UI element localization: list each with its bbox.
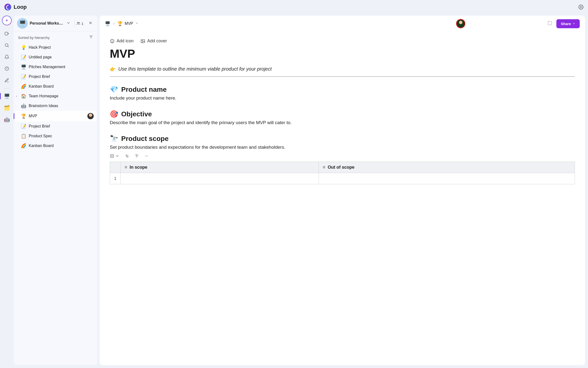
sidebar-item-pitches-management[interactable]: 🖥️Pitches Management [15,62,96,72]
plus-icon: + [5,17,9,24]
add-icon-label: Add icon [117,38,134,44]
close-sidebar-button[interactable] [87,20,94,27]
sidebar-item-team-homepage[interactable]: ›🏠Team Homepage [15,91,96,101]
page-title[interactable]: MVP [110,47,575,60]
app-name: Loop [14,4,27,10]
table-more-button[interactable] [144,154,149,158]
sidebar-item-untitled-page[interactable]: 📝Untitled page [15,52,96,62]
breadcrumb-page-label[interactable]: MVP [125,21,133,26]
add-cover-button[interactable]: Add cover [140,38,167,44]
settings-button[interactable] [578,4,584,10]
presence-avatar[interactable] [456,19,465,28]
people-icon [76,21,81,26]
section-body[interactable]: Include your product name here. [110,95,575,101]
svg-rect-10 [141,39,145,43]
workspace-dropdown[interactable] [65,20,72,27]
breadcrumb-page-icon[interactable]: 🏆 [117,21,123,26]
template-hint[interactable]: 👉 Use this template to outline the minim… [110,66,575,72]
section-product-scope[interactable]: 🔭 Product scope Set product boundaries a… [110,135,575,184]
point-right-icon: 👉 [110,66,116,72]
table-header-out-of-scope[interactable]: ≡Out of scope [319,162,575,173]
workspace-shortcut-2[interactable]: 🗂️ [3,104,11,112]
chevron-right-icon[interactable]: › [16,94,17,98]
sidebar-item-label: Team Homepage [29,94,94,98]
svg-rect-6 [548,21,552,25]
breadcrumb-root-icon[interactable]: 🖥️ [105,21,110,26]
drafts-button[interactable] [3,76,11,84]
table-header-in-scope[interactable]: ≡In scope [121,162,319,173]
workspace-name[interactable]: Personal Works… [30,21,63,26]
add-icon-button[interactable]: Add icon [110,38,134,44]
workspace-members-button[interactable]: 1 [74,20,85,27]
text-column-icon: ≡ [125,165,127,170]
app-logo-group[interactable]: Loop [4,4,27,10]
svg-point-7 [110,39,114,43]
divider [110,76,575,77]
share-button[interactable]: Share [556,19,580,28]
cell-in-scope[interactable] [121,173,319,184]
workspace-shortcut-personal[interactable]: 🖥️ [3,92,11,100]
page-icon: 📝 [21,55,26,60]
table-view-button[interactable] [110,154,119,158]
expand-panel-button[interactable] [3,30,11,37]
svg-rect-1 [5,32,8,35]
svg-point-0 [580,6,582,8]
workspace-avatar-emoji: 🖥️ [19,20,26,27]
template-hint-text: Use this template to outline the minimum… [118,66,272,72]
table-row[interactable]: 1 [110,173,575,184]
recent-button[interactable] [3,65,11,73]
presence-avatar [87,113,94,119]
cell-out-of-scope[interactable] [319,173,575,184]
left-rail: + 🖥️ 🗂️ 🤖 [0,14,14,368]
create-button[interactable]: + [2,16,12,25]
page-icon: 💡 [21,45,26,50]
section-objective[interactable]: 🎯 Objective Describe the main goal of th… [110,110,575,125]
section-title: Product scope [121,135,168,143]
table-filter-button[interactable] [135,154,139,158]
canvas-mode-button[interactable] [546,19,554,28]
page-tree: 💡Hack Project📝Untitled page🖥️Pitches Man… [14,42,98,365]
scope-table[interactable]: ≡In scope ≡Out of scope 1 [110,162,575,184]
page-icon: 🌈 [21,143,26,148]
sidebar-item-hack-project[interactable]: 💡Hack Project [15,43,96,52]
page-icon: 🖥️ [21,64,26,70]
sidebar-item-label: Product Spec [29,134,94,138]
document-body[interactable]: Add icon Add cover MVP 👉 Use this templa… [100,32,585,365]
target-icon: 🎯 [110,110,118,118]
chevron-down-icon [572,22,575,25]
share-label: Share [561,22,571,26]
search-button[interactable] [3,41,11,49]
svg-point-2 [5,44,8,46]
sidebar-item-mvp[interactable]: 🏆MVP [15,111,96,121]
svg-point-8 [111,40,112,41]
sidebar-panel: 🖥️ Personal Works… 1 Sorted by hierarchy… [14,16,98,365]
telescope-icon: 🔭 [110,135,118,143]
section-body[interactable]: Set product boundaries and expectations … [110,145,575,150]
svg-point-15 [147,156,148,156]
sidebar-item-label: Project Brief [29,74,94,79]
sidebar-item-brainstorm-ideas[interactable]: 🤖Brainstorm Ideas [15,101,96,111]
workspace-avatar[interactable]: 🖥️ [17,18,28,29]
smiley-icon [110,39,115,44]
sidebar-item-project-brief[interactable]: 📝Project Brief [15,72,96,82]
table-sort-button[interactable] [125,154,129,158]
table-header-rownum[interactable] [110,162,121,173]
sidebar-item-kanban-board[interactable]: 🌈Kanban Board [15,141,96,151]
row-number: 1 [110,173,121,184]
notifications-button[interactable] [3,53,11,61]
page-icon: 🌈 [21,84,26,89]
sort-options-button[interactable] [89,35,93,40]
workspace-shortcut-3[interactable]: 🤖 [3,116,11,123]
page-options-row: Add icon Add cover [110,38,575,44]
breadcrumb-dropdown[interactable] [135,21,138,26]
sidebar-item-label: Hack Project [29,45,94,50]
section-title: Product name [121,86,167,93]
member-count: 1 [82,21,83,26]
section-product-name[interactable]: 💎 Product name Include your product name… [110,85,575,101]
sidebar-item-kanban-board[interactable]: 🌈Kanban Board [15,82,96,91]
card-icon: 🗂️ [4,105,10,111]
section-body[interactable]: Describe the main goal of the project an… [110,120,575,125]
sidebar-item-project-brief[interactable]: 📝Project Brief [15,121,96,131]
sidebar-item-product-spec[interactable]: 📋Product Spec [15,131,96,141]
robot-icon: 🤖 [4,117,10,122]
